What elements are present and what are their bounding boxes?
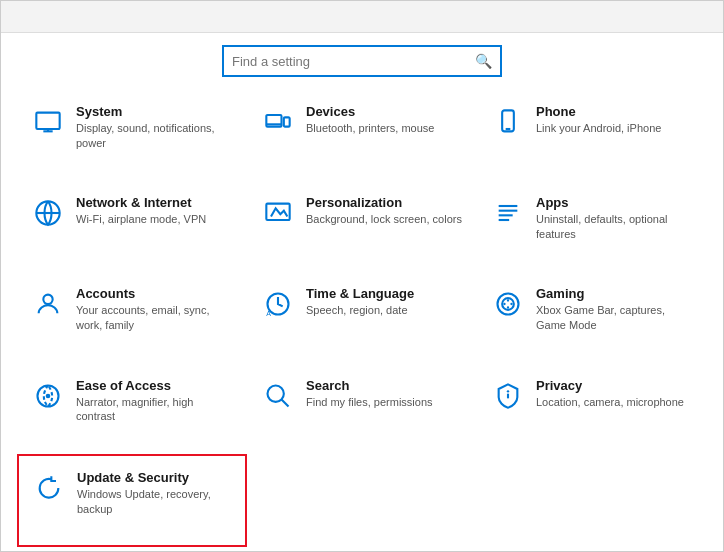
svg-point-19 [503,303,505,305]
search-desc: Find my files, permissions [306,395,433,410]
gaming-name: Gaming [536,286,694,301]
update-icon [31,470,67,506]
setting-item-privacy[interactable]: PrivacyLocation, camera, microphone [477,363,707,454]
ease-icon [30,378,66,414]
svg-point-21 [507,300,509,302]
devices-icon [260,104,296,140]
setting-item-network[interactable]: Network & InternetWi-Fi, airplane mode, … [17,180,247,271]
update-desc: Windows Update, recovery, backup [77,487,233,517]
personalization-desc: Background, lock screen, colors [306,212,462,227]
svg-point-18 [498,294,519,315]
personalization-icon [260,195,296,231]
setting-item-gaming[interactable]: GamingXbox Game Bar, captures, Game Mode [477,271,707,362]
svg-line-27 [282,399,289,406]
close-button[interactable] [699,9,715,25]
gaming-icon [490,286,526,322]
accounts-desc: Your accounts, email, sync, work, family [76,303,234,333]
gaming-desc: Xbox Game Bar, captures, Game Mode [536,303,694,333]
system-name: System [76,104,234,119]
setting-item-accounts[interactable]: AccountsYour accounts, email, sync, work… [17,271,247,362]
svg-point-26 [268,385,284,401]
svg-point-22 [507,307,509,309]
apps-desc: Uninstall, defaults, optional features [536,212,694,242]
svg-text:A: A [266,310,271,317]
privacy-name: Privacy [536,378,684,393]
phone-icon [490,104,526,140]
svg-rect-0 [36,113,59,129]
apps-name: Apps [536,195,694,210]
window-controls [651,9,715,25]
maximize-button[interactable] [675,9,691,25]
setting-item-time[interactable]: ATime & LanguageSpeech, region, date [247,271,477,362]
network-name: Network & Internet [76,195,206,210]
setting-item-devices[interactable]: DevicesBluetooth, printers, mouse [247,89,477,180]
setting-item-search[interactable]: SearchFind my files, permissions [247,363,477,454]
setting-item-phone[interactable]: PhoneLink your Android, iPhone [477,89,707,180]
network-icon [30,195,66,231]
accounts-icon [30,286,66,322]
setting-item-system[interactable]: SystemDisplay, sound, notifications, pow… [17,89,247,180]
privacy-desc: Location, camera, microphone [536,395,684,410]
phone-desc: Link your Android, iPhone [536,121,661,136]
search-name: Search [306,378,433,393]
personalization-name: Personalization [306,195,462,210]
time-icon: A [260,286,296,322]
setting-item-personalization[interactable]: PersonalizationBackground, lock screen, … [247,180,477,271]
accounts-name: Accounts [76,286,234,301]
system-desc: Display, sound, notifications, power [76,121,234,151]
svg-point-15 [43,295,52,304]
ease-name: Ease of Access [76,378,234,393]
system-icon [30,104,66,140]
ease-desc: Narrator, magnifier, high contrast [76,395,234,425]
svg-rect-4 [284,117,290,126]
svg-point-29 [507,390,509,392]
devices-name: Devices [306,104,434,119]
search-input[interactable] [232,54,471,69]
setting-item-apps[interactable]: AppsUninstall, defaults, optional featur… [477,180,707,271]
devices-desc: Bluetooth, printers, mouse [306,121,434,136]
time-name: Time & Language [306,286,414,301]
minimize-button[interactable] [651,9,667,25]
setting-item-update[interactable]: Update & SecurityWindows Update, recover… [17,454,247,547]
network-desc: Wi-Fi, airplane mode, VPN [76,212,206,227]
apps-icon [490,195,526,231]
privacy-icon [490,378,526,414]
search-box[interactable]: 🔍 [222,45,502,77]
settings-window: 🔍 SystemDisplay, sound, notifications, p… [0,0,724,552]
time-desc: Speech, region, date [306,303,414,318]
title-bar [1,1,723,33]
phone-name: Phone [536,104,661,119]
update-name: Update & Security [77,470,233,485]
setting-item-ease[interactable]: Ease of AccessNarrator, magnifier, high … [17,363,247,454]
svg-point-20 [510,303,512,305]
svg-point-25 [46,393,51,398]
settings-grid: SystemDisplay, sound, notifications, pow… [1,85,723,551]
search-icon [260,378,296,414]
search-bar-area: 🔍 [1,33,723,85]
search-icon: 🔍 [475,53,492,69]
